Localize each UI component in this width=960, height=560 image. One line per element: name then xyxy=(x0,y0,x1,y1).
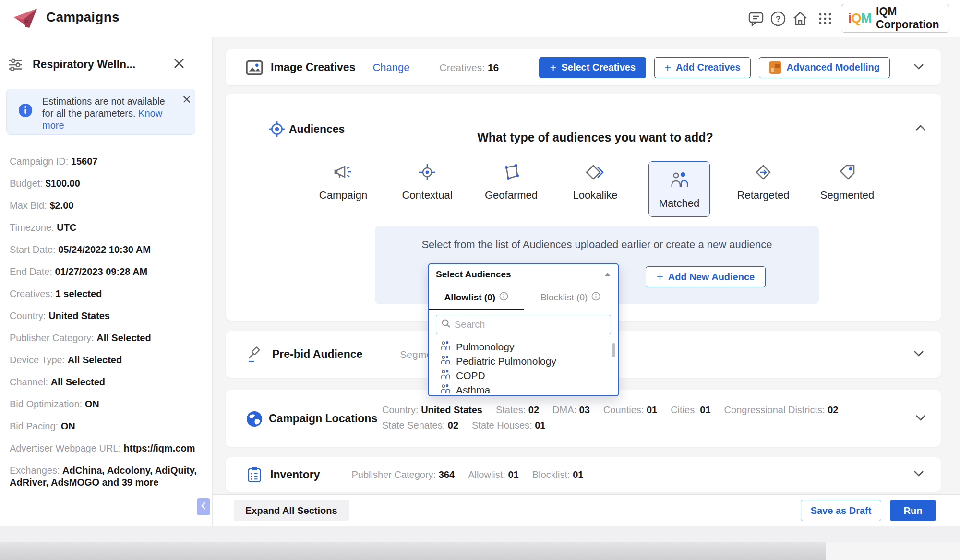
select-audiences-toggle[interactable]: Select Audiences xyxy=(429,264,618,285)
matched-selected-tile: Matched xyxy=(648,161,710,217)
close-banner-icon[interactable] xyxy=(182,95,191,106)
expand-creatives-chevron-icon[interactable] xyxy=(913,63,924,72)
audience-type-lookalike[interactable]: Lookalike xyxy=(559,161,631,217)
inventory-stats: Publisher Category: 364 Allowlist: 01 Bl… xyxy=(352,469,597,480)
footer-action-bar: Expand All Sections Save as Draft Run xyxy=(213,494,960,526)
section-title: Image Creatives xyxy=(271,61,355,74)
close-sidebar-icon[interactable] xyxy=(173,57,185,71)
people-icon xyxy=(440,384,451,396)
page-title: Campaigns xyxy=(46,10,120,25)
collapse-sidebar-button[interactable] xyxy=(197,498,210,515)
audience-type-contextual[interactable]: Contextual xyxy=(391,161,463,217)
campaign-locations-section: Campaign Locations Country: United State… xyxy=(226,390,941,447)
detail-row: Creatives: 1 selected xyxy=(10,288,204,300)
campaigns-logo-icon: c xyxy=(12,7,38,31)
expand-inventory-chevron-icon[interactable] xyxy=(913,470,924,479)
lookalike-audience-icon xyxy=(586,161,605,183)
detail-row: Advertiser Webpage URL: https://iqm.com xyxy=(10,442,204,454)
section-title: Inventory xyxy=(270,468,320,481)
add-new-audience-button[interactable]: +Add New Audience xyxy=(646,266,766,287)
advanced-modelling-button[interactable]: Advanced Modelling xyxy=(759,57,890,78)
tab-blocklist[interactable]: Blocklist (0) xyxy=(524,285,618,310)
detail-row: Publisher Category: All Selected xyxy=(10,332,204,344)
detail-row: Budget: $100.00 xyxy=(10,178,204,190)
audience-list-item[interactable]: COPD xyxy=(440,369,618,383)
retargeted-audience-icon xyxy=(754,161,773,183)
organization-selector[interactable]: iQM IQM Corporation xyxy=(841,4,949,33)
audience-search-box xyxy=(436,315,611,334)
select-creatives-button[interactable]: +Select Creatives xyxy=(539,57,646,78)
campaign-summary-sidebar: Respiratory Welln... Estimations are not… xyxy=(0,37,213,560)
campaign-name-title: Respiratory Welln... xyxy=(33,58,135,71)
sidebar-divider xyxy=(0,145,213,145)
home-icon[interactable] xyxy=(792,11,808,27)
dropdown-tabs: Allowlist (0) Blocklist (0) xyxy=(429,285,618,310)
search-icon xyxy=(441,319,451,330)
prebid-gavel-icon xyxy=(247,346,264,363)
geofarmed-audience-icon xyxy=(502,161,521,183)
select-audiences-dropdown: Select Audiences Allowlist (0) Blocklist… xyxy=(428,263,619,396)
inventory-clipboard-icon xyxy=(247,466,262,483)
people-icon xyxy=(440,355,451,368)
chevron-left-icon xyxy=(201,500,206,513)
audience-type-campaign[interactable]: Campaign xyxy=(307,161,379,217)
matched-audience-icon xyxy=(669,169,689,191)
run-button[interactable]: Run xyxy=(890,500,936,521)
audience-type-question: What type of audiences you want to add? xyxy=(226,131,960,144)
plus-icon: + xyxy=(550,62,556,73)
image-creatives-icon xyxy=(246,60,263,75)
svg-text:?: ? xyxy=(776,14,780,24)
expand-prebid-chevron-icon[interactable] xyxy=(913,350,924,359)
iqm-logo: iQM xyxy=(848,11,871,26)
expand-all-sections-button[interactable]: Expand All Sections xyxy=(234,500,349,521)
expand-locations-chevron-icon[interactable] xyxy=(915,414,926,424)
save-as-draft-button[interactable]: Save as Draft xyxy=(801,500,881,521)
collapse-dropdown-triangle-icon xyxy=(604,270,611,279)
audience-list: Pulmonology Pediatric Pulmonology COPD A… xyxy=(429,338,618,397)
plus-icon: + xyxy=(657,271,663,283)
change-creatives-link[interactable]: Change xyxy=(372,61,409,74)
campaign-details-list: Campaign ID: 15607 Budget: $100.00 Max B… xyxy=(10,155,204,499)
audience-list-item[interactable]: Asthma xyxy=(440,383,618,397)
audience-list-item[interactable]: Pediatric Pulmonology xyxy=(440,354,618,369)
detail-row: Max Bid: $2.00 xyxy=(10,200,204,212)
creatives-count: Creatives: 16 xyxy=(440,62,499,73)
add-creatives-button[interactable]: +Add Creatives xyxy=(654,57,751,78)
svg-text:c: c xyxy=(25,17,28,24)
audience-type-matched[interactable]: Matched xyxy=(643,161,715,217)
audience-type-retargeted[interactable]: Retargeted xyxy=(727,161,799,217)
campaign-audience-icon xyxy=(334,161,353,183)
detail-row: Device Type: All Selected xyxy=(10,354,204,366)
help-icon[interactable]: ? xyxy=(770,11,786,27)
audience-type-row: Campaign Contextual Geofarmed Lookalike xyxy=(307,161,883,217)
detail-row: Bid Pacing: ON xyxy=(10,420,204,432)
dropdown-scrollbar[interactable] xyxy=(612,343,615,357)
estimations-banner: Estimations are not available for all th… xyxy=(6,89,195,135)
audience-type-geofarmed[interactable]: Geofarmed xyxy=(475,161,547,217)
locations-stats-line1: Country: United States States: 02 DMA: 0… xyxy=(382,405,852,416)
audience-search-input[interactable] xyxy=(455,319,606,330)
panel-instruction: Select from the list of Audiences upload… xyxy=(375,238,819,251)
blocklist-info-icon xyxy=(591,292,600,303)
audience-list-item[interactable]: Pulmonology xyxy=(440,340,618,354)
allowlist-info-icon xyxy=(499,292,508,303)
apps-grid-icon[interactable] xyxy=(817,11,833,27)
top-header: c Campaigns ? xyxy=(0,0,960,37)
page-bottom-strip xyxy=(0,526,960,542)
filters-icon xyxy=(8,57,23,74)
people-icon xyxy=(440,369,451,382)
page-bottom-gradient xyxy=(0,542,826,560)
globe-icon xyxy=(246,410,263,429)
organization-name: IQM Corporation xyxy=(876,5,942,31)
audience-type-segmented[interactable]: Segmented xyxy=(811,161,883,217)
chat-icon[interactable] xyxy=(748,11,764,27)
contextual-audience-icon xyxy=(418,161,437,183)
image-creatives-section: Image Creatives Change Creatives: 16 +Se… xyxy=(226,49,941,85)
detail-row: Start Date: 05/24/2022 10:30 AM xyxy=(10,244,204,256)
segmented-audience-icon xyxy=(838,161,857,183)
inventory-section: Inventory Publisher Category: 364 Allowl… xyxy=(226,457,941,492)
banner-message: Estimations are not available for all th… xyxy=(42,95,168,131)
tab-allowlist[interactable]: Allowlist (0) xyxy=(429,285,524,310)
campaigns-app: c Campaigns ? xyxy=(0,0,960,560)
locations-stats-line2: State Senates: 02 State Houses: 01 xyxy=(382,420,559,431)
